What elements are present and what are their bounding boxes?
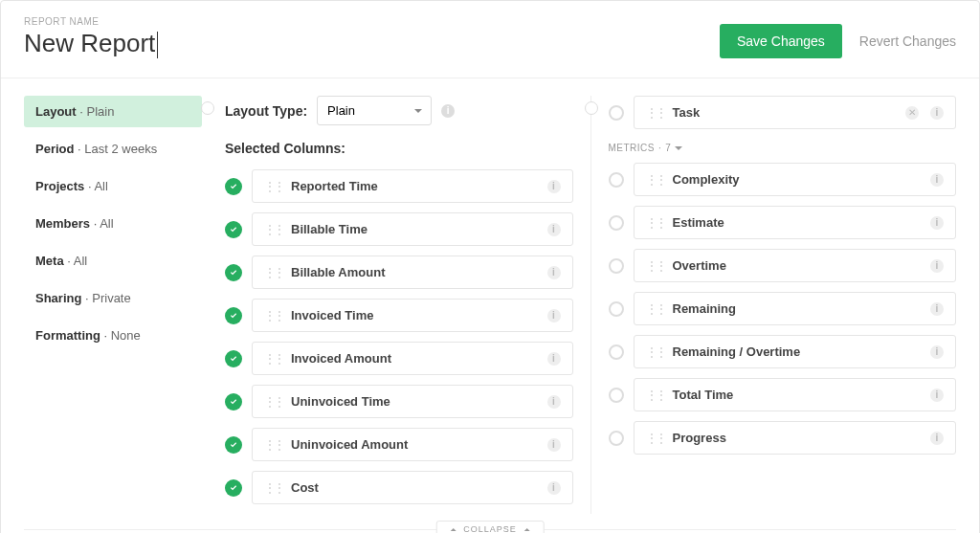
drag-handle-icon[interactable]: ⋮⋮ [646, 216, 665, 230]
radio-unchecked[interactable] [609, 258, 624, 274]
drag-handle-icon[interactable]: ⋮⋮ [646, 173, 665, 187]
metric-item[interactable]: ⋮⋮Total Timei [634, 378, 957, 411]
column-item[interactable]: ⋮⋮Uninvoiced Timei [252, 385, 573, 418]
metric-row: ⋮⋮Remaining / Overtimei [609, 335, 957, 368]
drag-handle-icon[interactable]: ⋮⋮ [264, 266, 283, 279]
column-label: Invoiced Amount [291, 351, 540, 366]
info-icon[interactable]: i [930, 389, 944, 402]
radio-unchecked[interactable] [609, 388, 624, 403]
drag-handle-icon[interactable]: ⋮⋮ [264, 180, 283, 193]
column-item[interactable]: ⋮⋮Invoiced Amounti [252, 342, 573, 375]
info-icon[interactable]: i [547, 309, 561, 322]
column-label: Cost [291, 480, 540, 495]
check-icon[interactable] [225, 350, 242, 367]
column-row: ⋮⋮Invoiced Amounti [225, 342, 573, 375]
check-icon[interactable] [225, 178, 242, 195]
group-item[interactable]: ⋮⋮ Task ✕ i [634, 96, 957, 129]
radio-unchecked[interactable] [609, 172, 624, 188]
drag-handle-icon[interactable]: ⋮⋮ [646, 302, 665, 316]
metrics-panel: ⋮⋮ Task ✕ i METRICS · 7 ⋮⋮Complexityi⋮⋮E… [591, 96, 957, 514]
radio-unchecked[interactable] [609, 344, 624, 360]
info-icon[interactable]: i [930, 173, 944, 187]
sidebar-item-period[interactable]: Period · Last 2 weeks [24, 133, 202, 165]
sidebar-item-projects[interactable]: Projects · All [24, 170, 202, 202]
metric-item[interactable]: ⋮⋮Remaining / Overtimei [634, 335, 957, 368]
metrics-header[interactable]: METRICS · 7 [609, 143, 957, 153]
info-icon[interactable]: i [547, 266, 561, 279]
check-icon[interactable] [225, 307, 242, 324]
metric-row: ⋮⋮Remainingi [609, 292, 957, 325]
layout-panel: Layout Type: Plain i Selected Columns: ⋮… [208, 96, 591, 514]
metric-label: Remaining / Overtime [673, 344, 924, 359]
column-item[interactable]: ⋮⋮Billable Timei [252, 212, 573, 246]
radio-unchecked[interactable] [609, 105, 624, 121]
caret-down-icon [675, 146, 682, 150]
info-icon[interactable]: i [441, 104, 455, 118]
info-icon[interactable]: i [547, 395, 561, 409]
report-name-label: REPORT NAME [24, 16, 158, 27]
metric-item[interactable]: ⋮⋮Overtimei [634, 249, 957, 282]
metric-label: Complexity [673, 172, 924, 187]
column-item[interactable]: ⋮⋮Billable Amounti [252, 255, 573, 289]
drag-handle-icon[interactable]: ⋮⋮ [264, 352, 283, 366]
metric-item[interactable]: ⋮⋮Progressi [634, 421, 957, 455]
info-icon[interactable]: i [547, 223, 561, 236]
report-name-input[interactable]: New Report [24, 29, 158, 58]
info-icon[interactable]: i [547, 438, 561, 452]
radio-unchecked[interactable] [609, 215, 624, 231]
column-item[interactable]: ⋮⋮Uninvoiced Amounti [252, 428, 573, 461]
column-label: Uninvoiced Time [291, 394, 540, 409]
column-label: Billable Time [291, 222, 540, 236]
check-icon[interactable] [225, 393, 242, 411]
drag-handle-icon[interactable]: ⋮⋮ [646, 259, 665, 273]
drag-handle-icon[interactable]: ⋮⋮ [264, 481, 283, 495]
layout-type-select[interactable]: Plain [317, 96, 432, 125]
sidebar-item-members[interactable]: Members · All [24, 208, 202, 239]
info-icon[interactable]: i [547, 180, 561, 193]
info-icon[interactable]: i [930, 106, 944, 120]
info-icon[interactable]: i [930, 259, 944, 273]
drag-handle-icon[interactable]: ⋮⋮ [646, 432, 665, 445]
revert-changes-button[interactable]: Revert Changes [859, 33, 956, 49]
drag-handle-icon[interactable]: ⋮⋮ [264, 223, 283, 236]
check-icon[interactable] [225, 264, 242, 281]
drag-handle-icon[interactable]: ⋮⋮ [646, 389, 665, 402]
drag-handle-icon[interactable]: ⋮⋮ [264, 309, 283, 322]
column-row: ⋮⋮Uninvoiced Amounti [225, 428, 573, 461]
radio-unchecked[interactable] [609, 431, 624, 446]
collapse-button[interactable]: COLLAPSE [436, 521, 545, 533]
column-label: Reported Time [291, 179, 540, 193]
info-icon[interactable]: i [930, 432, 944, 445]
metric-item[interactable]: ⋮⋮Estimatei [634, 206, 957, 239]
sidebar-item-formatting[interactable]: Formatting · None [24, 320, 202, 351]
column-item[interactable]: ⋮⋮Invoiced Timei [252, 299, 573, 332]
check-icon[interactable] [225, 436, 242, 454]
group-item-label: Task [673, 105, 899, 120]
metric-row: ⋮⋮Progressi [609, 421, 957, 455]
save-changes-button[interactable]: Save Changes [720, 24, 842, 58]
column-item[interactable]: ⋮⋮Costi [252, 471, 573, 504]
column-item[interactable]: ⋮⋮Reported Timei [252, 169, 573, 203]
settings-sidebar: Layout · PlainPeriod · Last 2 weeksProje… [24, 96, 202, 514]
column-row: ⋮⋮Billable Timei [225, 212, 573, 246]
drag-handle-icon[interactable]: ⋮⋮ [264, 395, 283, 409]
info-icon[interactable]: i [930, 345, 944, 359]
remove-icon[interactable]: ✕ [905, 106, 919, 120]
metric-item[interactable]: ⋮⋮Remainingi [634, 292, 957, 325]
check-icon[interactable] [225, 221, 242, 238]
info-icon[interactable]: i [930, 302, 944, 316]
sidebar-item-meta[interactable]: Meta · All [24, 245, 202, 277]
column-row: ⋮⋮Invoiced Timei [225, 299, 573, 332]
sidebar-item-layout[interactable]: Layout · Plain [24, 96, 202, 127]
metric-item[interactable]: ⋮⋮Complexityi [634, 163, 957, 196]
radio-unchecked[interactable] [609, 301, 624, 317]
sidebar-item-sharing[interactable]: Sharing · Private [24, 282, 202, 314]
check-icon[interactable] [225, 479, 242, 497]
drag-handle-icon[interactable]: ⋮⋮ [264, 438, 283, 452]
info-icon[interactable]: i [547, 481, 561, 495]
column-row: ⋮⋮Costi [225, 471, 573, 504]
drag-handle-icon[interactable]: ⋮⋮ [646, 106, 665, 120]
info-icon[interactable]: i [547, 352, 561, 366]
info-icon[interactable]: i [930, 216, 944, 230]
drag-handle-icon[interactable]: ⋮⋮ [646, 345, 665, 359]
